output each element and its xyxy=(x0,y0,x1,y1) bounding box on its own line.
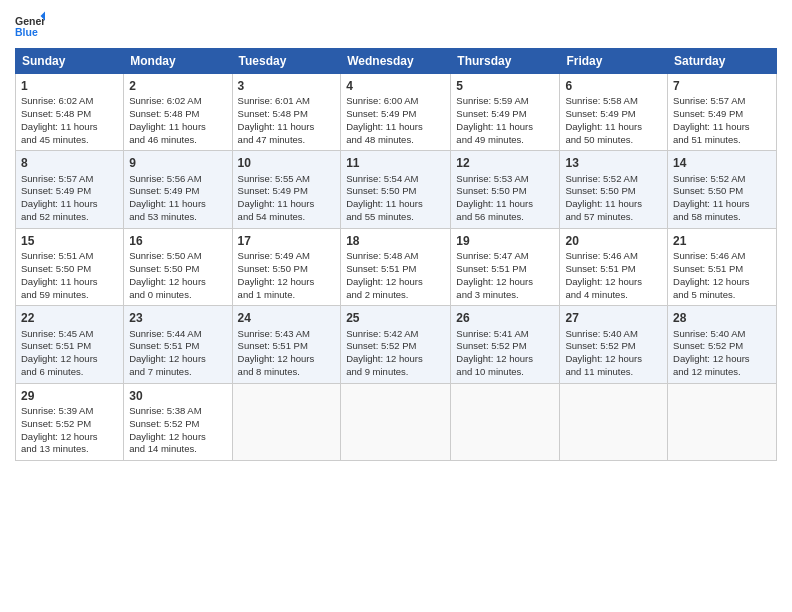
sunset-text: Sunset: 5:49 PM xyxy=(565,108,635,119)
daylight-minutes: and 59 minutes. xyxy=(21,289,89,300)
sunrise-text: Sunrise: 5:40 AM xyxy=(673,328,745,339)
daylight-label: Daylight: 11 hours xyxy=(673,198,750,209)
table-row: 19Sunrise: 5:47 AMSunset: 5:51 PMDayligh… xyxy=(451,228,560,305)
sunset-text: Sunset: 5:51 PM xyxy=(129,340,199,351)
daylight-minutes: and 48 minutes. xyxy=(346,134,414,145)
daylight-label: Daylight: 11 hours xyxy=(129,198,206,209)
table-row: 28Sunrise: 5:40 AMSunset: 5:52 PMDayligh… xyxy=(668,306,777,383)
table-row: 27Sunrise: 5:40 AMSunset: 5:52 PMDayligh… xyxy=(560,306,668,383)
daylight-label: Daylight: 12 hours xyxy=(346,353,423,364)
sunset-text: Sunset: 5:52 PM xyxy=(129,418,199,429)
day-number: 19 xyxy=(456,233,554,249)
table-row: 3Sunrise: 6:01 AMSunset: 5:48 PMDaylight… xyxy=(232,74,341,151)
table-row: 14Sunrise: 5:52 AMSunset: 5:50 PMDayligh… xyxy=(668,151,777,228)
table-row: 26Sunrise: 5:41 AMSunset: 5:52 PMDayligh… xyxy=(451,306,560,383)
day-number: 6 xyxy=(565,78,662,94)
table-row: 7Sunrise: 5:57 AMSunset: 5:49 PMDaylight… xyxy=(668,74,777,151)
daylight-minutes: and 0 minutes. xyxy=(129,289,191,300)
sunset-text: Sunset: 5:52 PM xyxy=(673,340,743,351)
daylight-label: Daylight: 12 hours xyxy=(21,353,98,364)
sunrise-text: Sunrise: 6:02 AM xyxy=(129,95,201,106)
sunrise-text: Sunrise: 5:49 AM xyxy=(238,250,310,261)
day-number: 22 xyxy=(21,310,118,326)
daylight-minutes: and 57 minutes. xyxy=(565,211,633,222)
daylight-label: Daylight: 12 hours xyxy=(238,353,315,364)
daylight-minutes: and 46 minutes. xyxy=(129,134,197,145)
sunrise-text: Sunrise: 5:54 AM xyxy=(346,173,418,184)
sunrise-text: Sunrise: 5:57 AM xyxy=(673,95,745,106)
daylight-minutes: and 6 minutes. xyxy=(21,366,83,377)
day-number: 27 xyxy=(565,310,662,326)
daylight-label: Daylight: 12 hours xyxy=(238,276,315,287)
day-number: 4 xyxy=(346,78,445,94)
table-row: 30Sunrise: 5:38 AMSunset: 5:52 PMDayligh… xyxy=(124,383,232,460)
sunrise-text: Sunrise: 5:50 AM xyxy=(129,250,201,261)
daylight-label: Daylight: 12 hours xyxy=(456,353,533,364)
day-number: 14 xyxy=(673,155,771,171)
daylight-label: Daylight: 12 hours xyxy=(673,353,750,364)
daylight-minutes: and 3 minutes. xyxy=(456,289,518,300)
sunset-text: Sunset: 5:49 PM xyxy=(346,108,416,119)
sunset-text: Sunset: 5:51 PM xyxy=(673,263,743,274)
day-number: 13 xyxy=(565,155,662,171)
sunrise-text: Sunrise: 5:41 AM xyxy=(456,328,528,339)
header: General Blue xyxy=(15,10,777,40)
daylight-minutes: and 52 minutes. xyxy=(21,211,89,222)
daylight-label: Daylight: 11 hours xyxy=(21,276,98,287)
day-number: 8 xyxy=(21,155,118,171)
daylight-label: Daylight: 11 hours xyxy=(346,121,423,132)
sunset-text: Sunset: 5:49 PM xyxy=(673,108,743,119)
table-row: 16Sunrise: 5:50 AMSunset: 5:50 PMDayligh… xyxy=(124,228,232,305)
table-row: 2Sunrise: 6:02 AMSunset: 5:48 PMDaylight… xyxy=(124,74,232,151)
sunset-text: Sunset: 5:50 PM xyxy=(673,185,743,196)
sunset-text: Sunset: 5:51 PM xyxy=(456,263,526,274)
table-row: 1Sunrise: 6:02 AMSunset: 5:48 PMDaylight… xyxy=(16,74,124,151)
day-number: 2 xyxy=(129,78,226,94)
daylight-label: Daylight: 11 hours xyxy=(673,121,750,132)
daylight-minutes: and 47 minutes. xyxy=(238,134,306,145)
day-number: 29 xyxy=(21,388,118,404)
daylight-label: Daylight: 12 hours xyxy=(565,276,642,287)
table-row: 11Sunrise: 5:54 AMSunset: 5:50 PMDayligh… xyxy=(341,151,451,228)
daylight-label: Daylight: 11 hours xyxy=(129,121,206,132)
sunrise-text: Sunrise: 5:56 AM xyxy=(129,173,201,184)
sunrise-text: Sunrise: 5:44 AM xyxy=(129,328,201,339)
table-row xyxy=(451,383,560,460)
table-row: 12Sunrise: 5:53 AMSunset: 5:50 PMDayligh… xyxy=(451,151,560,228)
table-row: 21Sunrise: 5:46 AMSunset: 5:51 PMDayligh… xyxy=(668,228,777,305)
sunset-text: Sunset: 5:48 PM xyxy=(21,108,91,119)
daylight-label: Daylight: 11 hours xyxy=(346,198,423,209)
daylight-label: Daylight: 11 hours xyxy=(565,198,642,209)
daylight-label: Daylight: 11 hours xyxy=(565,121,642,132)
daylight-label: Daylight: 12 hours xyxy=(129,276,206,287)
table-row xyxy=(341,383,451,460)
day-number: 5 xyxy=(456,78,554,94)
table-row: 17Sunrise: 5:49 AMSunset: 5:50 PMDayligh… xyxy=(232,228,341,305)
day-number: 25 xyxy=(346,310,445,326)
sunrise-text: Sunrise: 5:38 AM xyxy=(129,405,201,416)
logo-icon: General Blue xyxy=(15,10,45,40)
sunset-text: Sunset: 5:49 PM xyxy=(456,108,526,119)
table-row: 20Sunrise: 5:46 AMSunset: 5:51 PMDayligh… xyxy=(560,228,668,305)
daylight-label: Daylight: 11 hours xyxy=(456,198,533,209)
sunset-text: Sunset: 5:52 PM xyxy=(456,340,526,351)
daylight-minutes: and 8 minutes. xyxy=(238,366,300,377)
daylight-minutes: and 1 minute. xyxy=(238,289,296,300)
calendar-table: Sunday Monday Tuesday Wednesday Thursday… xyxy=(15,48,777,461)
day-number: 11 xyxy=(346,155,445,171)
day-number: 20 xyxy=(565,233,662,249)
sunset-text: Sunset: 5:50 PM xyxy=(565,185,635,196)
logo: General Blue xyxy=(15,10,45,40)
daylight-minutes: and 7 minutes. xyxy=(129,366,191,377)
sunrise-text: Sunrise: 5:58 AM xyxy=(565,95,637,106)
day-number: 10 xyxy=(238,155,336,171)
sunset-text: Sunset: 5:52 PM xyxy=(346,340,416,351)
sunset-text: Sunset: 5:51 PM xyxy=(21,340,91,351)
sunrise-text: Sunrise: 5:51 AM xyxy=(21,250,93,261)
daylight-label: Daylight: 11 hours xyxy=(238,121,315,132)
table-row xyxy=(232,383,341,460)
header-monday: Monday xyxy=(124,49,232,74)
table-row: 29Sunrise: 5:39 AMSunset: 5:52 PMDayligh… xyxy=(16,383,124,460)
day-number: 24 xyxy=(238,310,336,326)
day-number: 21 xyxy=(673,233,771,249)
